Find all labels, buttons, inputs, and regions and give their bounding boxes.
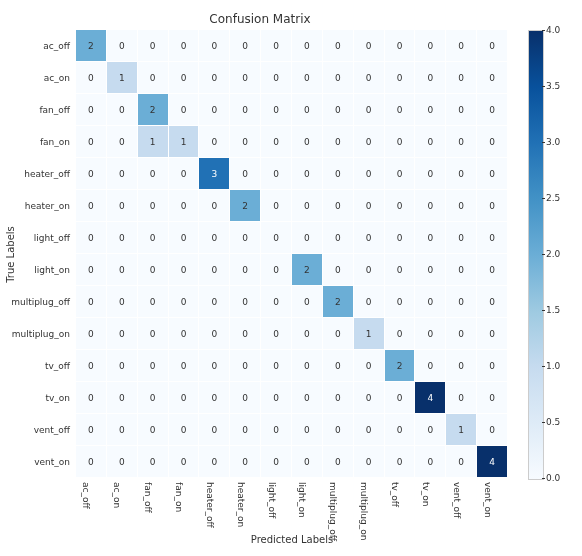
heatmap-cell: 0	[230, 62, 261, 94]
heatmap-cell: 2	[385, 350, 416, 382]
x-tick-label: multiplug_off	[323, 480, 354, 534]
heatmap-cell: 0	[385, 254, 416, 286]
heatmap-cell: 0	[415, 190, 446, 222]
heatmap-cell: 0	[354, 222, 385, 254]
heatmap-cell: 0	[169, 222, 200, 254]
heatmap-cell: 0	[76, 190, 107, 222]
heatmap-cell: 1	[354, 318, 385, 350]
heatmap-cell: 0	[477, 158, 508, 190]
heatmap-cell: 0	[107, 350, 138, 382]
heatmap-cell: 0	[446, 254, 477, 286]
heatmap-cell: 0	[199, 94, 230, 126]
heatmap-cell: 0	[446, 30, 477, 62]
heatmap-cell: 0	[477, 62, 508, 94]
heatmap-cell: 0	[415, 318, 446, 350]
heatmap-cell: 2	[323, 286, 354, 318]
y-tick-label: multiplug_off	[0, 286, 74, 318]
heatmap-cell: 0	[261, 30, 292, 62]
y-tick-label: vent_off	[0, 414, 74, 446]
heatmap-cell: 0	[477, 414, 508, 446]
heatmap-cell: 0	[261, 94, 292, 126]
x-axis-label: Predicted Labels	[76, 534, 508, 545]
heatmap-cell: 0	[292, 158, 323, 190]
heatmap-cell: 0	[169, 158, 200, 190]
heatmap-cell: 0	[354, 286, 385, 318]
x-tick-label: tv_on	[415, 480, 446, 534]
heatmap-cell: 0	[169, 30, 200, 62]
heatmap-cell: 0	[261, 414, 292, 446]
heatmap-cell: 0	[230, 254, 261, 286]
heatmap-cell: 0	[76, 414, 107, 446]
heatmap-cell: 0	[477, 190, 508, 222]
heatmap-cell: 0	[385, 414, 416, 446]
heatmap-cell: 0	[354, 158, 385, 190]
heatmap-cell: 0	[385, 222, 416, 254]
colorbar-ticks: 0.00.51.01.52.02.53.03.54.0	[546, 30, 576, 478]
heatmap-cell: 0	[107, 158, 138, 190]
colorbar-tick: 0.0	[546, 473, 560, 483]
heatmap-cell: 0	[477, 254, 508, 286]
heatmap-cell: 0	[138, 254, 169, 286]
y-tick-label: fan_off	[0, 94, 74, 126]
heatmap-cell: 0	[76, 286, 107, 318]
heatmap-cell: 1	[107, 62, 138, 94]
heatmap-cell: 0	[169, 446, 200, 478]
heatmap-cell: 0	[292, 94, 323, 126]
heatmap-cell: 0	[354, 350, 385, 382]
heatmap-cell: 0	[76, 350, 107, 382]
y-tick-label: ac_on	[0, 62, 74, 94]
heatmap-cell: 0	[323, 190, 354, 222]
heatmap-cell: 0	[230, 30, 261, 62]
heatmap-cell: 0	[76, 158, 107, 190]
y-tick-label: light_off	[0, 222, 74, 254]
y-tick-label: ac_off	[0, 30, 74, 62]
heatmap-cell: 0	[169, 318, 200, 350]
heatmap-cell: 0	[292, 350, 323, 382]
heatmap-cell: 0	[415, 350, 446, 382]
colorbar-tick: 2.0	[546, 249, 560, 259]
heatmap-cell: 0	[354, 190, 385, 222]
heatmap-cell: 0	[199, 126, 230, 158]
heatmap-cell: 0	[354, 62, 385, 94]
heatmap-cell: 0	[477, 222, 508, 254]
heatmap-cell: 0	[385, 382, 416, 414]
heatmap-cell: 0	[415, 126, 446, 158]
heatmap-cell: 0	[415, 414, 446, 446]
heatmap-cell: 0	[323, 414, 354, 446]
heatmap-cell: 0	[292, 318, 323, 350]
y-tick-label: tv_off	[0, 350, 74, 382]
heatmap-cell: 0	[385, 126, 416, 158]
heatmap-cell: 0	[354, 382, 385, 414]
heatmap-cell: 0	[261, 158, 292, 190]
heatmap-cell: 0	[169, 254, 200, 286]
heatmap-cell: 0	[199, 62, 230, 94]
heatmap-cell: 0	[230, 222, 261, 254]
x-tick-label: light_off	[261, 480, 292, 534]
colorbar-tick: 2.5	[546, 193, 560, 203]
heatmap-cell: 0	[138, 446, 169, 478]
heatmap-cell: 0	[477, 94, 508, 126]
heatmap-cell: 0	[323, 158, 354, 190]
heatmap-cell: 0	[169, 414, 200, 446]
heatmap-cell: 0	[477, 286, 508, 318]
heatmap-cell: 0	[230, 446, 261, 478]
heatmap-cell: 0	[415, 30, 446, 62]
heatmap-cell: 0	[230, 350, 261, 382]
heatmap-cell: 0	[261, 446, 292, 478]
heatmap-cell: 0	[385, 318, 416, 350]
heatmap-cell: 0	[354, 30, 385, 62]
heatmap-cell: 0	[199, 414, 230, 446]
heatmap-cell: 0	[199, 382, 230, 414]
heatmap-cell: 0	[415, 286, 446, 318]
heatmap-cell: 0	[169, 94, 200, 126]
heatmap-cell: 0	[199, 286, 230, 318]
heatmap-cell: 0	[477, 126, 508, 158]
heatmap-cell: 0	[415, 446, 446, 478]
heatmap-cell: 0	[230, 414, 261, 446]
heatmap-cell: 0	[323, 94, 354, 126]
y-tick-label: heater_on	[0, 190, 74, 222]
colorbar-tick: 3.5	[546, 81, 560, 91]
heatmap-cell: 0	[199, 190, 230, 222]
heatmap-cell: 0	[446, 158, 477, 190]
heatmap-cell: 0	[292, 190, 323, 222]
